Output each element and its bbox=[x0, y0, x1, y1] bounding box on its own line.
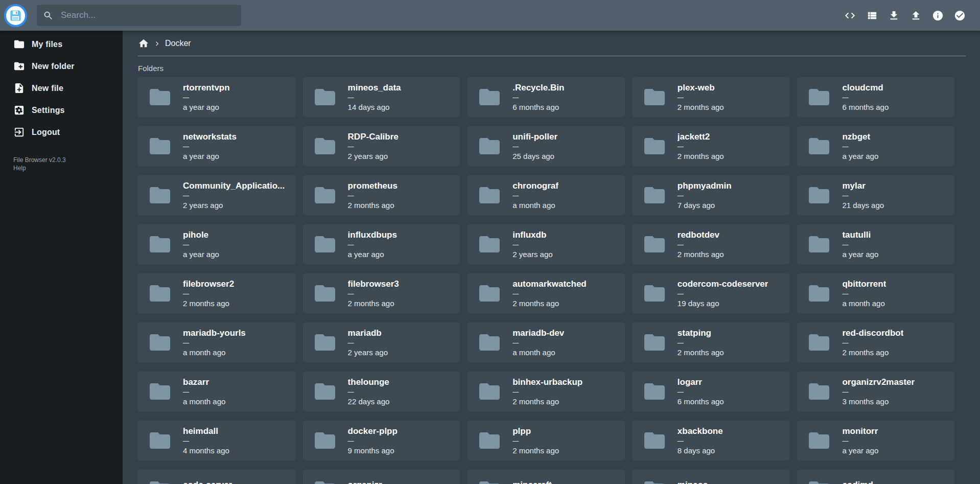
folder-card[interactable]: filebrowser2—2 months ago bbox=[138, 273, 295, 313]
folder-card[interactable]: influxdbups—a year ago bbox=[303, 224, 460, 264]
folder-card[interactable]: mineos_data—14 days ago bbox=[303, 77, 460, 117]
sidebar-item-settings[interactable]: Settings bbox=[0, 99, 123, 121]
folder-meta: networkstats—a year ago bbox=[183, 132, 237, 161]
sidebar-item-label: My files bbox=[32, 40, 62, 49]
folder-icon-wrap bbox=[145, 281, 175, 306]
info-button[interactable] bbox=[927, 5, 949, 27]
sidebar-item-new-file[interactable]: New file bbox=[0, 77, 123, 99]
folder-name: statping bbox=[678, 328, 724, 338]
folder-meta: chronograf—a month ago bbox=[512, 181, 558, 210]
search-input[interactable] bbox=[61, 10, 235, 20]
folder-icon bbox=[475, 428, 504, 453]
folder-card[interactable]: nzbget—a year ago bbox=[797, 126, 954, 166]
folder-meta: mineos— bbox=[678, 480, 708, 484]
folder-card[interactable]: bazarr—a month ago bbox=[138, 372, 295, 411]
folder-card[interactable]: pihole—a year ago bbox=[138, 224, 295, 264]
folder-meta: rtorrentvpn—a year ago bbox=[183, 83, 230, 112]
folder-card[interactable]: monitorr—a year ago bbox=[797, 421, 954, 460]
folder-card[interactable]: tautulli—a year ago bbox=[797, 224, 954, 264]
chevron-right-icon bbox=[153, 39, 161, 48]
folder-size-placeholder: — bbox=[512, 95, 564, 101]
folder-card[interactable]: codimd— bbox=[797, 470, 954, 484]
home-icon[interactable] bbox=[138, 38, 149, 49]
folder-meta: code-server— bbox=[183, 480, 232, 484]
sidebar-item-logout[interactable]: Logout bbox=[0, 121, 123, 143]
folder-icon-wrap bbox=[310, 232, 340, 257]
folder-card[interactable]: influxdb—2 years ago bbox=[468, 224, 625, 264]
folder-icon-wrap bbox=[310, 428, 340, 453]
folder-size-placeholder: — bbox=[842, 242, 878, 248]
folder-card[interactable]: automarkwatched—2 months ago bbox=[468, 273, 625, 313]
folder-icon-wrap bbox=[640, 85, 669, 109]
folder-card[interactable]: xbackbone—8 days ago bbox=[633, 421, 790, 460]
settings-icon bbox=[13, 104, 25, 116]
folder-card[interactable]: chronograf—a month ago bbox=[468, 175, 625, 215]
folder-meta: organizr— bbox=[348, 480, 382, 484]
folder-card[interactable]: redbotdev—2 months ago bbox=[633, 224, 790, 264]
folder-icon bbox=[310, 477, 340, 484]
folder-name: redbotdev bbox=[678, 230, 724, 240]
raw-view-button[interactable] bbox=[839, 5, 861, 27]
folder-card[interactable]: plpp—2 months ago bbox=[468, 421, 625, 460]
folder-size-placeholder: — bbox=[183, 291, 234, 297]
folder-card[interactable]: filebrowser3—2 months ago bbox=[303, 273, 460, 313]
folder-card[interactable]: plex-web—2 months ago bbox=[633, 77, 790, 117]
folder-meta: nzbget—a year ago bbox=[842, 132, 878, 161]
folder-icon bbox=[145, 85, 175, 109]
folder-card[interactable]: red-discordbot—2 months ago bbox=[797, 322, 954, 362]
folder-card[interactable]: minecraft— bbox=[468, 470, 625, 484]
folder-card[interactable]: RDP-Calibre—2 years ago bbox=[303, 126, 460, 166]
sidebar-item-label: Settings bbox=[32, 106, 65, 115]
select-multiple-button[interactable] bbox=[949, 5, 971, 27]
folder-card[interactable]: mariadb-yourls—a month ago bbox=[138, 322, 295, 362]
folder-card[interactable]: mariadb—2 years ago bbox=[303, 322, 460, 362]
folder-card[interactable]: prometheus—2 months ago bbox=[303, 175, 460, 215]
folder-card[interactable]: rtorrentvpn—a year ago bbox=[138, 77, 295, 117]
folder-card[interactable]: heimdall—4 months ago bbox=[138, 421, 295, 460]
folder-card[interactable]: phpmyadmin—7 days ago bbox=[633, 175, 790, 215]
folder-name: networkstats bbox=[183, 132, 237, 142]
folder-card[interactable]: logarr—6 months ago bbox=[633, 372, 790, 411]
new-file-icon bbox=[13, 82, 25, 94]
sidebar-item-my-files[interactable]: My files bbox=[0, 33, 123, 55]
folder-card[interactable]: organizr— bbox=[303, 470, 460, 484]
search-bar[interactable] bbox=[37, 5, 241, 26]
folder-card[interactable]: organizrv2master—3 months ago bbox=[797, 372, 954, 411]
folder-name: jackett2 bbox=[678, 132, 724, 142]
folder-icon-wrap bbox=[475, 85, 504, 109]
help-link[interactable]: Help bbox=[13, 165, 26, 172]
folder-card[interactable]: statping—2 months ago bbox=[633, 322, 790, 362]
upload-button[interactable] bbox=[905, 5, 927, 27]
folder-icon bbox=[640, 379, 669, 404]
folder-card[interactable]: networkstats—a year ago bbox=[138, 126, 295, 166]
folder-modified-time: a month ago bbox=[183, 348, 246, 357]
folder-card[interactable]: mineos— bbox=[633, 470, 790, 484]
list-view-button[interactable] bbox=[861, 5, 883, 27]
sidebar-item-new-folder[interactable]: New folder bbox=[0, 55, 123, 77]
folder-card[interactable]: mariadb-dev—a month ago bbox=[468, 322, 625, 362]
folder-name: pihole bbox=[183, 230, 219, 240]
download-button[interactable] bbox=[883, 5, 905, 27]
folder-card[interactable]: unifi-poller—25 days ago bbox=[468, 126, 625, 166]
folder-card[interactable]: cloudcmd—6 months ago bbox=[797, 77, 954, 117]
folder-card[interactable]: code-server— bbox=[138, 470, 295, 484]
folder-modified-time: 2 months ago bbox=[678, 348, 724, 357]
sidebar: My filesNew folderNew fileSettingsLogout… bbox=[0, 31, 123, 484]
folder-card[interactable]: .Recycle.Bin—6 months ago bbox=[468, 77, 625, 117]
folder-meta: heimdall—4 months ago bbox=[183, 426, 229, 455]
folder-card[interactable]: Community_Applicatio...—2 years ago bbox=[138, 175, 295, 215]
folder-card[interactable]: binhex-urbackup—2 months ago bbox=[468, 372, 625, 411]
folder-card[interactable]: codercom-codeserver—19 days ago bbox=[633, 273, 790, 313]
breadcrumb: Docker bbox=[138, 31, 966, 56]
folder-card[interactable]: thelounge—22 days ago bbox=[303, 372, 460, 411]
folder-meta: jackett2—2 months ago bbox=[678, 132, 724, 161]
app-logo[interactable] bbox=[4, 4, 27, 27]
folder-modified-time: 2 months ago bbox=[842, 348, 903, 357]
folder-meta: binhex-urbackup—2 months ago bbox=[512, 377, 582, 406]
folder-card[interactable]: docker-plpp—9 months ago bbox=[303, 421, 460, 460]
folder-card[interactable]: jackett2—2 months ago bbox=[633, 126, 790, 166]
folder-card[interactable]: qbittorrent—a month ago bbox=[797, 273, 954, 313]
folder-card[interactable]: mylar—21 days ago bbox=[797, 175, 954, 215]
folder-meta: prometheus—2 months ago bbox=[348, 181, 398, 210]
folder-size-placeholder: — bbox=[842, 438, 878, 445]
